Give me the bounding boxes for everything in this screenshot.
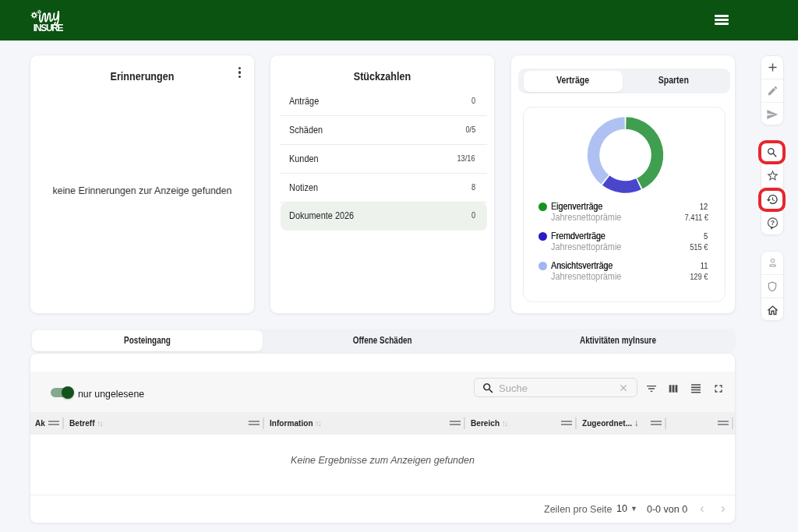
svg-text:?: ? [770, 218, 774, 226]
svg-text:INSURE: INSURE [34, 23, 64, 33]
